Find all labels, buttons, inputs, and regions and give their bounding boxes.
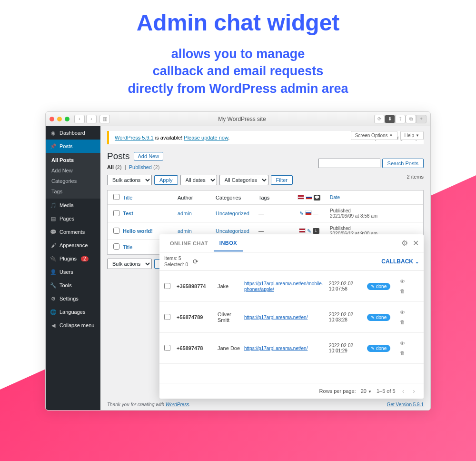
inbox-row-checkbox[interactable] [164,283,170,289]
get-version-link[interactable]: Get Version 5.9.1 [387,402,424,407]
url-link[interactable]: https://p17arpl.areama.net/en/ [244,315,307,320]
category-link[interactable]: Uncategorized [216,210,249,216]
comments-col-icon[interactable]: 💬 [314,195,320,200]
sidebar-item-languages[interactable]: 🌐Languages [46,305,100,319]
sidebar-sub-categories[interactable]: Categories [46,176,100,186]
sidebar-item-comments[interactable]: 💬Comments [46,225,100,239]
callback-filter-dropdown[interactable]: CALLBACK ⌄ [381,258,419,265]
flag-us-icon[interactable] [298,195,304,200]
add-new-button[interactable]: Add New [134,152,164,160]
bulk-actions-select[interactable]: Bulk actions [107,175,152,185]
comments-label: Comments [60,229,85,235]
forward-button[interactable]: › [86,115,97,123]
download-button[interactable]: ⬇ [385,115,395,123]
inbox-row: +365898774 Jake https://p17arpl.areama.n… [159,271,424,302]
search-posts-button[interactable]: Search Posts [382,159,424,168]
inbox-row-checkbox[interactable] [164,314,170,320]
pencil-icon[interactable]: ✎ [299,210,304,217]
done-badge[interactable]: ✎ done [367,314,390,321]
sidebar-item-dashboard[interactable]: ◉Dashboard [46,126,100,140]
select-all-checkbox-bottom[interactable] [113,243,119,250]
prev-page-button[interactable]: ‹ [400,387,407,395]
sidebar-item-plugins[interactable]: 🔌Plugins2 [46,252,100,265]
trash-icon[interactable]: 🗑 [400,288,405,294]
screen-options-button[interactable]: Screen Options ▼ [351,131,397,140]
sidebar-toggle-icon[interactable]: ▥ [99,115,110,123]
flag-ru-icon[interactable] [306,195,312,200]
sidebar-sub-add-new[interactable]: Add New [46,165,100,176]
tabs-button[interactable]: ⧉ [406,115,416,123]
comment-count-badge[interactable]: 1 [313,228,319,234]
col-title[interactable]: Title [123,195,132,200]
dashboard-label: Dashboard [60,130,85,136]
sidebar-item-pages[interactable]: ▤Pages [46,212,100,225]
sidebar-item-users[interactable]: 👤Users [46,265,100,279]
back-button[interactable]: ‹ [74,115,85,123]
new-tab-button[interactable]: + [416,115,426,123]
flag-us-icon[interactable] [299,228,306,233]
trash-icon[interactable]: 🗑 [400,350,405,356]
status-all[interactable]: All (2) [107,164,122,170]
sidebar-item-posts[interactable]: 📌Posts [46,140,100,153]
selected-count-label: Selected: 0 [164,261,188,268]
row-checkbox[interactable] [113,210,119,216]
url-link[interactable]: https://p17arpl.areama.net/en/mobile-pho… [244,281,323,292]
browser-window: ‹ › ▥ My WordPress site ⟳ ⬇ ⇪ ⧉ + ◉Dashb… [45,111,431,411]
filter-button[interactable]: Filter [271,175,293,185]
sidebar-item-appearance[interactable]: 🖌Appearance [46,239,100,252]
sidebar-sub-all-posts[interactable]: All Posts [46,155,100,165]
pages-icon: ▤ [50,215,57,222]
plugins-label: Plugins [60,256,77,261]
search-input[interactable] [318,159,380,168]
share-button[interactable]: ⇪ [395,115,406,123]
update-now-link[interactable]: Please update now [184,135,228,140]
eye-icon[interactable]: 👁 [400,279,405,284]
col-title-bottom[interactable]: Title [123,244,132,250]
trash-icon[interactable]: 🗑 [400,319,405,325]
row-checkbox[interactable] [113,228,119,234]
eye-icon[interactable]: 👁 [400,310,405,315]
category-link[interactable]: Uncategorized [216,228,249,234]
wp-version-link[interactable]: WordPress 5.9.1 [115,135,154,140]
post-title-link[interactable]: Hello world! [123,228,153,234]
table-row: Test admin Uncategorized — ✎ — Published… [108,205,423,222]
close-icon[interactable]: ✕ [413,239,419,248]
notice-mid: is available! [154,135,184,140]
refresh-icon[interactable]: ⟳ [193,258,198,265]
done-badge[interactable]: ✎ done [367,345,390,352]
eye-icon[interactable]: 👁 [400,341,405,346]
post-title-link[interactable]: Test [123,210,133,216]
reload-button[interactable]: ⟳ [374,115,385,123]
help-button[interactable]: Help ▼ [400,131,424,140]
gear-icon[interactable]: ⚙ [401,239,408,248]
maximize-window-icon[interactable] [65,117,69,121]
bulk-actions-select-bottom[interactable]: Bulk actions [107,259,152,269]
tab-online-chat[interactable]: ONLINE CHAT [164,236,214,251]
tab-inbox[interactable]: INBOX [214,235,243,251]
next-page-button[interactable]: › [411,387,417,395]
sidebar-item-tools[interactable]: 🔧Tools [46,279,100,292]
col-categories: Categories [214,195,257,200]
apply-bulk-button[interactable]: Apply [154,175,178,185]
minimize-window-icon[interactable] [57,117,62,121]
col-date[interactable]: Date [330,195,340,200]
author-link[interactable]: admin [178,210,192,216]
sidebar-sub-tags[interactable]: Tags [46,186,100,197]
media-label: Media [60,202,74,208]
dates-filter-select[interactable]: All dates [180,175,217,185]
rows-per-page-select[interactable]: 20 ▼ [361,388,372,394]
sidebar-item-media[interactable]: 🎵Media [46,199,100,212]
categories-filter-select[interactable]: All Categories [219,175,268,185]
flag-ru-icon[interactable] [305,210,312,215]
done-badge[interactable]: ✎ done [367,283,390,290]
wordpress-link[interactable]: WordPress [166,402,189,407]
select-all-checkbox[interactable] [113,194,119,200]
inbox-row-checkbox[interactable] [164,345,170,351]
sidebar-item-settings[interactable]: ⚙Settings [46,292,100,305]
author-link[interactable]: admin [178,228,192,234]
status-published[interactable]: Published (2) [129,164,160,170]
url-link[interactable]: https://p17arpl.areama.net/en/ [244,346,307,351]
close-window-icon[interactable] [50,117,54,121]
sidebar-collapse[interactable]: ◀Collapse menu [46,319,100,332]
pencil-icon[interactable]: ✎ [307,228,311,234]
